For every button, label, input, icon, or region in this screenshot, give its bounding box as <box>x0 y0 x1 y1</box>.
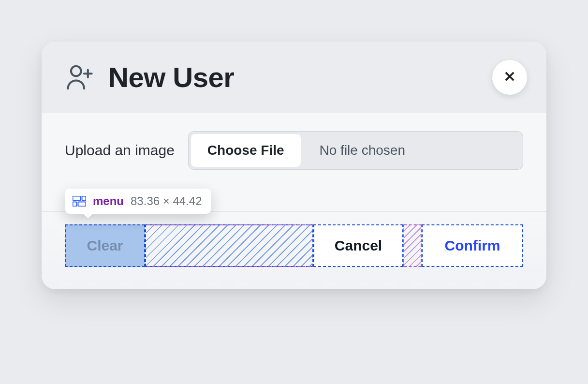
upload-label: Upload an image <box>65 142 175 159</box>
choose-file-button[interactable]: Choose File <box>191 133 301 167</box>
new-user-dialog: New User Upload an image Choose File No … <box>42 42 546 289</box>
svg-rect-8 <box>78 202 86 207</box>
button-row-flex: Clear Cancel Confirm <box>65 224 523 267</box>
user-plus-icon <box>65 62 95 92</box>
dialog-footer: menu 83.36 × 44.42 Clear Cancel Confirm <box>42 211 546 289</box>
close-button[interactable] <box>492 60 527 95</box>
svg-point-0 <box>71 66 81 76</box>
dialog-title: New User <box>108 61 234 93</box>
svg-rect-7 <box>73 202 77 207</box>
flex-icon <box>73 196 86 207</box>
flex-grow-space <box>145 224 313 267</box>
inspector-dimensions: 83.36 × 44.42 <box>131 194 202 208</box>
file-status-text: No file chosen <box>303 132 523 169</box>
svg-rect-6 <box>82 196 86 201</box>
svg-rect-5 <box>73 196 81 201</box>
close-icon <box>503 70 516 85</box>
confirm-button-label: Confirm <box>445 237 500 254</box>
clear-button-label: Clear <box>87 237 123 254</box>
cancel-button-label: Cancel <box>335 237 382 254</box>
inspector-tooltip: menu 83.36 × 44.42 <box>65 189 211 214</box>
inspector-tag: menu <box>93 194 124 208</box>
cancel-button[interactable]: Cancel <box>313 224 403 267</box>
file-input-wrap: Choose File No file chosen <box>188 131 523 170</box>
clear-button[interactable]: Clear <box>65 224 145 267</box>
dialog-header: New User <box>42 42 546 113</box>
confirm-button[interactable]: Confirm <box>422 224 523 267</box>
flex-gap <box>403 224 422 267</box>
upload-row: Upload an image Choose File No file chos… <box>65 131 523 170</box>
